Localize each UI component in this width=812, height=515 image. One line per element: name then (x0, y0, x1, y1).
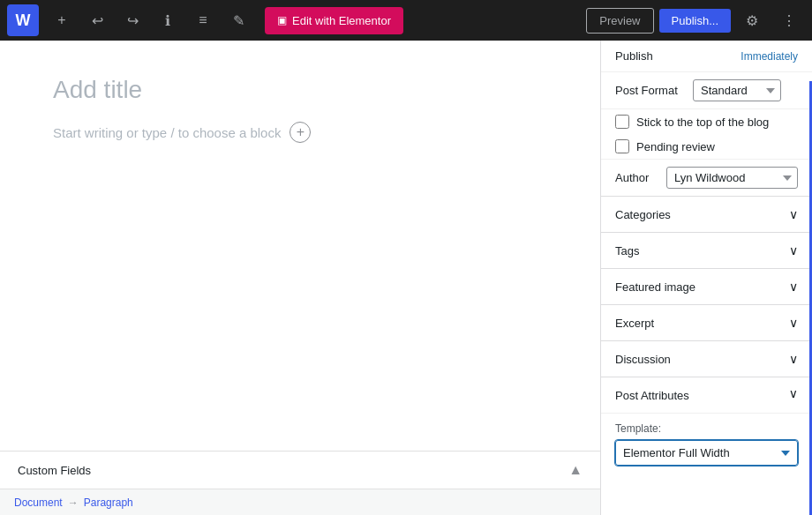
settings-button[interactable]: ⚙ (736, 4, 768, 36)
edit-button[interactable]: ✎ (222, 4, 254, 36)
stick-to-blog-checkbox[interactable] (615, 115, 629, 129)
featured-image-chevron-icon: ∨ (789, 280, 798, 294)
featured-image-label: Featured image (615, 280, 695, 294)
excerpt-chevron-icon: ∨ (789, 316, 798, 330)
pending-review-checkbox[interactable] (615, 139, 629, 153)
pending-review-label: Pending review (636, 140, 715, 153)
discussion-chevron-icon: ∨ (789, 352, 798, 366)
custom-fields-label: Custom Fields (18, 464, 91, 477)
featured-image-header[interactable]: Featured image ∨ (601, 269, 812, 304)
preview-button[interactable]: Preview (586, 8, 653, 34)
undo-button[interactable]: ↩ (81, 4, 113, 36)
add-block-inline-button[interactable]: + (289, 122, 311, 143)
edit-with-elementor-button[interactable]: ▣ Edit with Elementor (265, 7, 403, 34)
toolbar-left: W + ↩ ↪ ℹ ≡ ✎ ▣ Edit with Elementor (7, 4, 403, 36)
sidebar-publish-label: Publish (615, 49, 653, 63)
featured-image-section: Featured image ∨ (601, 268, 812, 304)
elementor-icon: ▣ (277, 14, 287, 26)
categories-header[interactable]: Categories ∨ (601, 197, 812, 232)
more-options-button[interactable]: ⋮ (773, 4, 805, 36)
discussion-section: Discussion ∨ (601, 340, 812, 377)
post-attributes-header[interactable]: Post Attributes ∧ (601, 377, 812, 413)
main-layout: Start writing or type / to choose a bloc… (0, 41, 812, 515)
excerpt-header[interactable]: Excerpt ∨ (601, 305, 812, 340)
excerpt-section: Excerpt ∨ (601, 304, 812, 340)
custom-fields-bar[interactable]: Custom Fields ▲ (0, 451, 600, 489)
author-row: Author Lyn Wildwood (601, 159, 812, 196)
stick-to-blog-label: Stick to the top of the blog (636, 116, 769, 129)
document-sidebar: Publish Immediately Post Format Standard… (600, 41, 812, 515)
breadcrumb-document[interactable]: Document (14, 496, 63, 509)
discussion-header[interactable]: Discussion ∨ (601, 341, 812, 377)
editor-body: Start writing or type / to choose a bloc… (53, 122, 547, 143)
toolbar-right: Preview Publish... ⚙ ⋮ (586, 4, 805, 36)
tags-section: Tags ∨ (601, 232, 812, 268)
excerpt-label: Excerpt (615, 317, 654, 330)
post-attributes-label: Post Attributes (615, 389, 689, 402)
post-attributes-section: Post Attributes ∧ Template: Elementor Fu… (601, 377, 812, 474)
sidebar-post-format-row: Post Format Standard Aside Image Video Q… (601, 72, 812, 109)
stick-to-blog-row: Stick to the top of the blog (601, 109, 812, 134)
post-format-select[interactable]: Standard Aside Image Video Quote Link (693, 79, 781, 101)
publish-button[interactable]: Publish... (659, 9, 731, 33)
post-attributes-content: Template: Elementor Full Width Default T… (601, 413, 812, 474)
post-attributes-chevron-icon: ∧ (789, 388, 798, 402)
categories-chevron-icon: ∨ (789, 207, 798, 221)
list-view-button[interactable]: ≡ (187, 4, 219, 36)
main-toolbar: W + ↩ ↪ ℹ ≡ ✎ ▣ Edit with Elementor Prev… (0, 0, 812, 41)
redo-button[interactable]: ↪ (117, 4, 148, 36)
breadcrumb-paragraph[interactable]: Paragraph (84, 496, 133, 509)
editor-area: Start writing or type / to choose a bloc… (0, 41, 600, 515)
discussion-label: Discussion (615, 353, 671, 366)
author-select[interactable]: Lyn Wildwood (666, 167, 798, 189)
author-label: Author (615, 171, 659, 184)
post-title-input[interactable] (53, 76, 547, 104)
template-select[interactable]: Elementor Full Width Default Template Fu… (615, 440, 798, 466)
breadcrumb-separator: → (68, 496, 79, 509)
post-format-label: Post Format (615, 84, 686, 97)
tags-chevron-icon: ∨ (789, 243, 798, 258)
custom-fields-toggle-icon: ▲ (568, 462, 583, 478)
wp-logo: W (7, 4, 39, 36)
categories-label: Categories (615, 208, 671, 221)
sidebar-publish-row: Publish Immediately (601, 41, 812, 72)
template-label: Template: (615, 422, 798, 435)
categories-section: Categories ∨ (601, 196, 812, 232)
add-block-toolbar-button[interactable]: + (46, 4, 78, 36)
breadcrumb: Document → Paragraph (0, 489, 600, 515)
info-button[interactable]: ℹ (152, 4, 184, 36)
sidebar-publish-link[interactable]: Immediately (741, 50, 798, 63)
tags-label: Tags (615, 244, 639, 258)
body-placeholder-text: Start writing or type / to choose a bloc… (53, 125, 281, 140)
pending-review-row: Pending review (601, 134, 812, 159)
tags-header[interactable]: Tags ∨ (601, 233, 812, 268)
editor-content: Start writing or type / to choose a bloc… (0, 41, 600, 515)
